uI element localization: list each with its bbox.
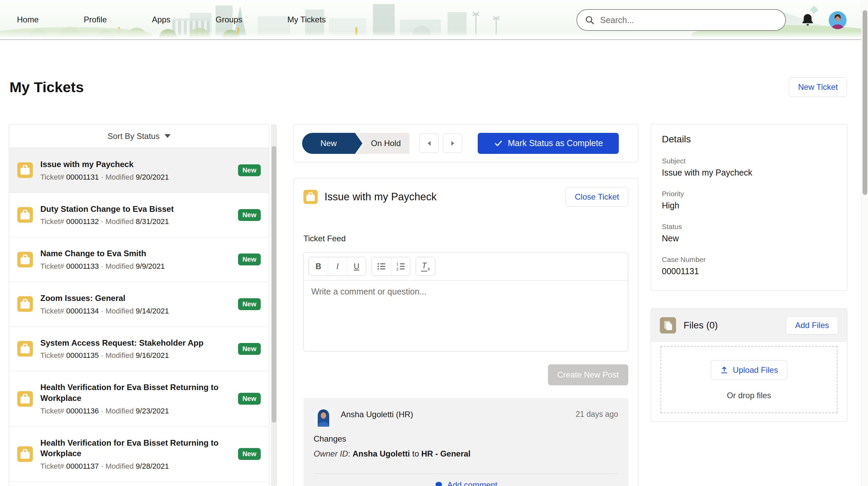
list-scrollbar[interactable]	[271, 124, 277, 486]
ticket-meta: Ticket# 00001137 · Modified 9/28/2021	[40, 462, 231, 471]
user-avatar[interactable]	[829, 11, 847, 29]
add-files-button[interactable]: Add Files	[786, 316, 838, 335]
case-icon	[17, 391, 33, 407]
upload-files-button[interactable]: Upload Files	[711, 360, 787, 380]
path-chevron-tip	[355, 133, 362, 154]
italic-button[interactable]: I	[328, 257, 347, 276]
nav-item-groups[interactable]: Groups	[216, 15, 242, 24]
create-new-post-button[interactable]: Create New Post	[548, 364, 628, 385]
change-from-value: Ansha Ugoletti	[353, 449, 410, 458]
ticket-title: Issue with my Paycheck	[40, 159, 231, 170]
underline-icon: U	[354, 262, 359, 271]
clear-format-group: Tx	[416, 257, 435, 276]
close-ticket-button[interactable]: Close Ticket	[566, 187, 628, 207]
files-panel-header: Files (0) Add Files	[651, 309, 847, 342]
search-input[interactable]	[599, 15, 781, 25]
details-title: Details	[662, 134, 836, 145]
status-path-card: New On Hold Mark Status as Compl	[294, 124, 638, 162]
list-item[interactable]: Duty Station Change to Eva Bisset Ticket…	[9, 193, 269, 238]
complete-button-label: Mark Status as Complete	[508, 138, 603, 148]
ticket-list: Issue with my Paycheck Ticket# 00001131 …	[9, 148, 269, 482]
list-item[interactable]: Health Verification for Eva Bisset Retur…	[9, 427, 269, 482]
author-name[interactable]: Ansha Ugoletti (HR)	[341, 410, 413, 419]
ticket-detail-card: Issue with my Paycheck Close Ticket Tick…	[294, 178, 638, 486]
to-word: to	[410, 449, 421, 458]
notifications-button[interactable]	[799, 12, 816, 29]
status-badge: New	[238, 393, 261, 405]
top-nav: Home Profile Apps Groups My Tickets	[17, 0, 326, 39]
case-icon	[17, 446, 33, 462]
ticket-list-panel: Sort By Status Issue with my Paycheck Ti…	[9, 124, 269, 486]
ticket-meta: Ticket# 00001135 · Modified 9/16/2021	[40, 351, 231, 360]
list-scrollbar-thumb[interactable]	[272, 146, 276, 423]
list-button-group: 12	[372, 257, 410, 276]
post-actions: Add comment	[314, 474, 618, 486]
field-label-status: Status	[662, 223, 836, 231]
ticket-detail-title: Issue with my Paycheck	[324, 191, 559, 203]
files-icon	[660, 317, 676, 333]
ticket-meta: Ticket# 00001133 · Modified 9/9/2021	[40, 262, 231, 271]
ticket-detail-column: New On Hold Mark Status as Compl	[294, 124, 638, 486]
field-value-subject: Issue with my Paycheck	[662, 168, 836, 178]
change-type-label: Changes	[314, 434, 618, 444]
check-icon	[494, 139, 503, 148]
nav-item-profile[interactable]: Profile	[84, 15, 107, 24]
change-detail-line: Owner ID: Ansha Ugoletti to HR - General	[314, 449, 618, 459]
nav-item-home[interactable]: Home	[17, 15, 39, 24]
bullet-list-button[interactable]	[372, 257, 391, 276]
ticket-summary: Name Change to Eva Smith Ticket# 0000113…	[40, 248, 231, 271]
feed-post: Ansha Ugoletti (HR) 21 days ago Changes …	[303, 398, 628, 486]
ticket-meta: Ticket# 00001132 · Modified 8/31/2021	[40, 217, 231, 226]
field-value-priority: High	[662, 201, 836, 210]
page-header: My Tickets New Ticket	[9, 40, 868, 97]
italic-icon: I	[336, 262, 338, 271]
list-item[interactable]: Health Verification for Eva Bisset Retur…	[9, 371, 269, 426]
ticket-feed-label: Ticket Feed	[303, 234, 628, 243]
composer-actions: Create New Post	[303, 364, 628, 385]
content-columns: Sort By Status Issue with my Paycheck Ti…	[9, 124, 868, 486]
case-icon	[303, 190, 318, 204]
ticket-title: Zoom Issues: General	[40, 293, 231, 304]
new-ticket-button[interactable]: New Ticket	[789, 77, 847, 97]
bold-button[interactable]: B	[309, 257, 328, 276]
add-comment-label: Add comment	[447, 480, 497, 486]
case-icon	[17, 296, 33, 312]
case-icon	[17, 207, 33, 223]
nav-item-my-tickets[interactable]: My Tickets	[287, 15, 326, 24]
author-avatar[interactable]	[314, 407, 333, 427]
sidebar-right: Details Subject Issue with my Paycheck P…	[651, 124, 847, 422]
search-box[interactable]	[576, 9, 786, 31]
page-scrollbar[interactable]	[861, 0, 868, 486]
mark-status-complete-button[interactable]: Mark Status as Complete	[478, 133, 619, 154]
underline-button[interactable]: U	[347, 257, 366, 276]
path-previous-button[interactable]	[419, 134, 439, 153]
arrow-right-icon	[448, 139, 457, 148]
nav-item-apps[interactable]: Apps	[152, 15, 171, 24]
status-badge: New	[238, 254, 261, 265]
numbered-list-button[interactable]: 12	[391, 257, 410, 276]
ticket-title: Health Verification for Eva Bisset Retur…	[40, 438, 231, 459]
status-badge: New	[238, 164, 261, 176]
field-value-case-number: 00001131	[662, 266, 836, 276]
list-item[interactable]: Zoom Issues: General Ticket# 00001134 · …	[9, 282, 269, 327]
list-item[interactable]: Issue with my Paycheck Ticket# 00001131 …	[9, 148, 269, 193]
change-to-value: HR - General	[421, 449, 470, 458]
file-dropzone[interactable]: Upload Files Or drop files	[660, 346, 837, 413]
files-panel: Files (0) Add Files Upload Files Or drop…	[651, 308, 847, 422]
comment-bubble-icon	[434, 481, 443, 486]
user-avatar-image	[829, 11, 847, 29]
list-item[interactable]: Name Change to Eva Smith Ticket# 0000113…	[9, 237, 269, 282]
arrow-left-icon	[425, 139, 434, 148]
ticket-title: Duty Station Change to Eva Bisset	[40, 204, 231, 215]
comment-input[interactable]	[304, 281, 628, 351]
add-comment-button[interactable]: Add comment	[432, 480, 499, 486]
sort-by-dropdown[interactable]: Sort By Status	[9, 124, 269, 148]
status-badge: New	[238, 448, 261, 460]
path-stage-new[interactable]: New	[302, 133, 355, 154]
ticket-meta: Ticket# 00001131 · Modified 9/20/2021	[40, 173, 231, 182]
path-next-button[interactable]	[443, 134, 462, 153]
page-scrollbar-thumb[interactable]	[863, 10, 867, 195]
list-item[interactable]: System Access Request: Stakeholder App T…	[9, 327, 269, 371]
case-icon	[17, 162, 33, 178]
remove-format-button[interactable]: Tx	[416, 257, 435, 276]
